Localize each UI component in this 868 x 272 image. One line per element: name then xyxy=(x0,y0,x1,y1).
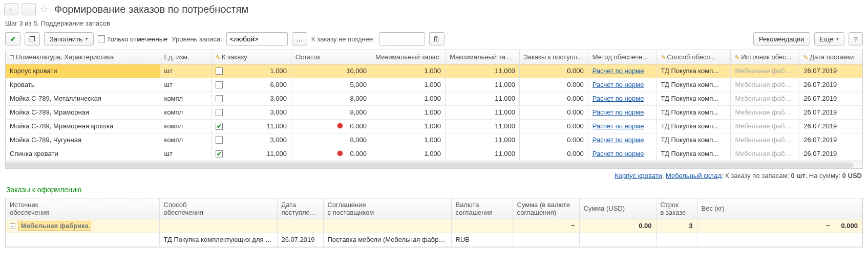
check-all-button[interactable]: ✔ xyxy=(5,32,20,46)
collapse-icon[interactable]: − xyxy=(10,223,15,229)
row-check[interactable] xyxy=(216,95,223,102)
order-before-input[interactable] xyxy=(379,32,425,46)
col-unit[interactable]: Ед. изм. xyxy=(160,50,211,64)
help-button[interactable]: ? xyxy=(849,32,863,46)
method-link[interactable]: Расчет по норме xyxy=(592,67,644,75)
ocol-sumc[interactable]: Сумма (в валюте соглашения) xyxy=(513,198,579,219)
method-link[interactable]: Расчет по норме xyxy=(592,108,644,116)
row-check[interactable] xyxy=(216,67,223,75)
summary-line: Корпус кровати, Мебельный склад: К заказ… xyxy=(0,169,868,183)
only-checked-toggle[interactable]: Только отмеченные xyxy=(98,35,167,43)
nav-fwd-button[interactable]: → xyxy=(22,3,36,15)
more-button[interactable]: Еще▾ xyxy=(814,32,844,46)
col-max[interactable]: Максимальный запас xyxy=(446,50,520,64)
step-label: Шаг 3 из 5. Поддержание запасов xyxy=(0,18,868,30)
page-title: Формирование заказов по потребностям xyxy=(54,4,248,15)
col-way: ✎Способ обесп... xyxy=(657,50,731,64)
ocol-date[interactable]: Дата поступления xyxy=(277,198,323,219)
method-link[interactable]: Расчет по норме xyxy=(592,150,644,157)
col-min[interactable]: Минимальный запас xyxy=(371,50,446,64)
stock-level-more-button[interactable]: … xyxy=(292,32,307,46)
nav-back-button[interactable]: ← xyxy=(4,3,18,15)
method-link[interactable]: Расчет по норме xyxy=(592,122,644,130)
col-date: ✎Дата поставки xyxy=(799,50,862,64)
method-link[interactable]: Расчет по норме xyxy=(592,136,644,144)
stock-level-label: Уровень запаса: xyxy=(172,35,222,43)
warn-dot-icon xyxy=(337,151,343,156)
table-row[interactable]: Мойка С-789, Мраморнаякомпл3,0008,0001,0… xyxy=(6,105,862,119)
row-check[interactable] xyxy=(216,137,223,144)
method-link[interactable]: Расчет по норме xyxy=(592,81,644,88)
row-check[interactable] xyxy=(216,81,223,88)
table-row[interactable]: Мойка С-789, Мраморная крошкакомпл11,000… xyxy=(6,119,862,133)
stock-level-select[interactable] xyxy=(226,32,288,46)
ocol-lines[interactable]: Строк в заказе xyxy=(656,198,697,219)
ocol-sumusd[interactable]: Сумма (USD) xyxy=(579,198,656,219)
table-row[interactable]: Мойка С-789, Чугуннаякомпл3,0008,0001,00… xyxy=(6,133,862,147)
ocol-agree[interactable]: Соглашение с поставщиком xyxy=(323,198,451,219)
summary-item-link[interactable]: Корпус кровати xyxy=(615,172,662,179)
table-row[interactable]: Кроватьшт6,0005,0001,00011,0000.000Расче… xyxy=(6,78,862,92)
row-check[interactable] xyxy=(216,150,223,157)
row-check[interactable] xyxy=(216,123,223,130)
fill-button[interactable]: Заполнить▾ xyxy=(44,32,94,46)
col-remain[interactable]: Остаток xyxy=(291,50,371,64)
needs-table: Номенклатура, Характеристика Ед. изм. ✎К… xyxy=(5,50,863,169)
row-check[interactable] xyxy=(216,109,223,116)
order-before-label: К заказу не позднее: xyxy=(311,35,375,43)
ocol-curr[interactable]: Валюта соглашения xyxy=(451,198,513,219)
col-to-order: ✎К заказу xyxy=(211,50,291,64)
col-source: ✎Источник обес... xyxy=(731,50,799,64)
warn-dot-icon xyxy=(337,123,343,128)
ocol-source[interactable]: Источник обеспечения xyxy=(6,198,159,219)
method-link[interactable]: Расчет по норме xyxy=(592,95,644,102)
table-row[interactable]: Спинка кроватишт11,000 0.0001,00011,0000… xyxy=(6,147,862,161)
ocol-weight[interactable]: Вес (кг) xyxy=(697,198,862,219)
col-method[interactable]: Метод обеспечения xyxy=(588,50,657,64)
col-item: Номенклатура, Характеристика xyxy=(6,50,160,64)
table-row[interactable]: Корпус кроватишт1,00010,0001,00011,0000.… xyxy=(6,64,862,78)
favorite-icon[interactable]: ☆ xyxy=(39,4,49,14)
recommendations-button[interactable]: Рекомендации xyxy=(753,32,810,46)
orders-section-header: Заказы к оформлению xyxy=(0,183,868,196)
h-scrollbar[interactable] xyxy=(6,161,862,168)
order-group-row[interactable]: −Мебельная фабрика ~ 0.00 3 ~ 0.000 xyxy=(6,219,862,233)
table-row[interactable]: Мойка С-789, Металлическаякомпл3,0008,00… xyxy=(6,92,862,105)
orders-table: Источник обеспечения Способ обеспечения … xyxy=(5,198,863,247)
order-row[interactable]: ТД Покупка комплектующих для сборк... 26… xyxy=(6,233,862,246)
date-picker-button[interactable]: 🗓 xyxy=(429,32,444,46)
copy-button[interactable]: ❐ xyxy=(25,32,40,46)
ocol-way[interactable]: Способ обеспечения xyxy=(159,198,277,219)
col-incoming[interactable]: Заказы к поступл... xyxy=(519,50,588,64)
summary-warehouse-link[interactable]: Мебельный склад xyxy=(666,172,722,179)
